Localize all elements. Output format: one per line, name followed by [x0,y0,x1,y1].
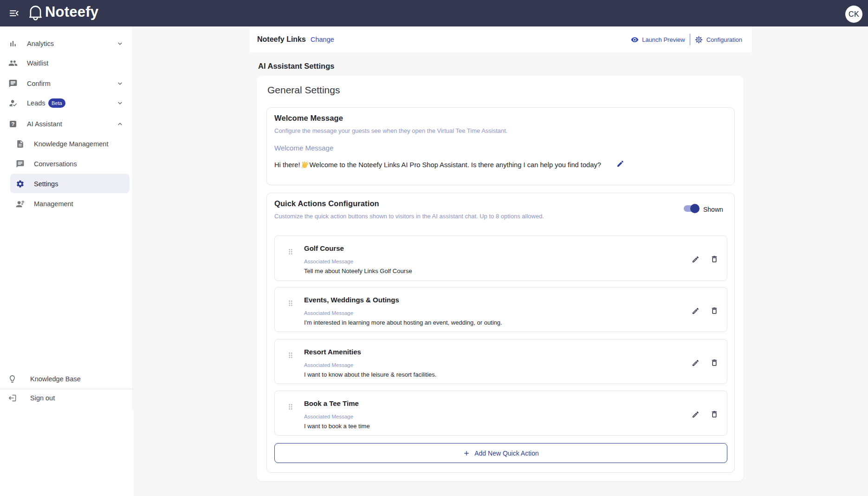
svg-text:?: ? [12,121,15,126]
